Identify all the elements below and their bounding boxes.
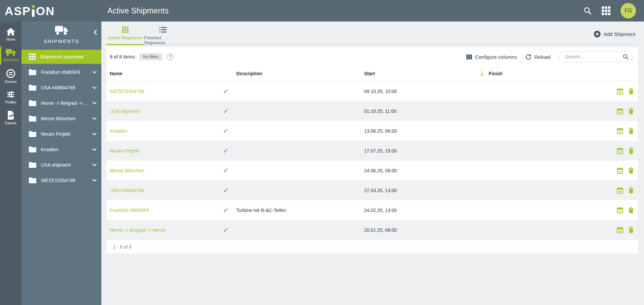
sidebar-folder-item[interactable]: Herne -> Belgrad -> H… xyxy=(21,95,101,111)
folder-icon xyxy=(29,85,36,91)
shipment-name-link[interactable]: USA #49834769 xyxy=(110,188,144,193)
edit-icon[interactable] xyxy=(223,168,228,173)
tab-active-shipments[interactable]: Active Shipments xyxy=(106,26,144,45)
shipments-sidebar: SHIPMENTS Shipments overview Frankfurt 4… xyxy=(21,21,101,305)
delete-icon[interactable] xyxy=(628,167,634,174)
shipment-start-date: 09.10.25, 10:00 xyxy=(364,89,480,94)
chevron-down-icon[interactable] xyxy=(92,179,97,182)
help-icon[interactable]: ? xyxy=(167,53,174,60)
delete-icon[interactable] xyxy=(628,147,634,154)
shipment-name-link[interactable]: Frankfurt 4586SF6 xyxy=(110,208,149,213)
tab-label: Finished Shipments xyxy=(144,35,182,45)
shipment-name-link[interactable]: Messe München xyxy=(110,168,144,173)
column-header-start[interactable]: Start xyxy=(364,71,480,76)
folder-icon xyxy=(29,116,36,122)
shipment-name-link[interactable]: Neues Projekt xyxy=(110,148,139,154)
sidebar-folder-item[interactable]: Messe München xyxy=(21,111,101,126)
rail-item-profiles[interactable]: Profiles xyxy=(0,87,21,107)
tab-finished-shipments[interactable]: Finished Shipments xyxy=(144,26,182,45)
rail-item-label: Shipments xyxy=(3,58,18,62)
calendar-check-icon[interactable] xyxy=(617,88,623,95)
shipments-card: 8 of 8 items No filters ? Configure colu… xyxy=(106,47,638,253)
collapse-sidebar-icon[interactable] xyxy=(93,30,97,35)
configure-columns-label: Configure columns xyxy=(475,54,517,60)
shipment-description: Turbine mit B-&C-Teilen xyxy=(236,208,364,213)
chevron-down-icon[interactable] xyxy=(92,133,97,136)
logo-zone: ASP ON xyxy=(0,5,101,17)
table-row: Neues Projekt 17.07.25, 15:00 xyxy=(106,141,638,161)
folder-label: Frankfurt 4586SF6 xyxy=(41,70,90,75)
rail-item-label: Profiles xyxy=(5,100,16,104)
calendar-check-icon[interactable] xyxy=(617,227,623,233)
chevron-down-icon[interactable] xyxy=(92,164,97,167)
sidebar-folder-item[interactable]: Frankfurt 4586SF6 xyxy=(21,64,101,80)
table-row: Herne -> Belgrad -> Herne 20.01.25, 08:0… xyxy=(106,220,638,240)
device-sensor-icon xyxy=(6,69,15,78)
edit-icon[interactable] xyxy=(223,148,228,153)
truck-icon xyxy=(55,26,68,35)
delete-icon[interactable] xyxy=(628,128,634,134)
edit-icon[interactable] xyxy=(223,188,228,193)
calendar-check-icon[interactable] xyxy=(617,187,623,194)
configure-columns-button[interactable]: Configure columns xyxy=(466,54,517,60)
shipment-name-link[interactable]: SIEZE15354786 xyxy=(110,89,144,94)
folder-icon xyxy=(29,131,36,137)
tab-label: Active Shipments xyxy=(108,35,143,40)
chevron-down-icon[interactable] xyxy=(92,71,97,74)
apps-grid-icon[interactable] xyxy=(602,6,610,15)
sidebar-folder-item[interactable]: Neues Projekt xyxy=(21,126,101,142)
calendar-check-icon[interactable] xyxy=(617,147,623,154)
search-icon[interactable] xyxy=(623,54,629,60)
avatar[interactable]: FG xyxy=(621,3,636,18)
column-header-name[interactable]: Name xyxy=(110,71,236,76)
sidebar-folder-item[interactable]: SIEZE15354786 xyxy=(21,173,101,188)
search-input[interactable] xyxy=(559,51,633,62)
sidebar-header: SHIPMENTS xyxy=(21,21,101,44)
delete-icon[interactable] xyxy=(628,108,634,114)
sidebar-folder-item[interactable]: USA #49834769 xyxy=(21,80,101,95)
calendar-check-icon[interactable] xyxy=(617,167,623,174)
delete-icon[interactable] xyxy=(628,207,634,213)
sidebar-item-shipments-overview[interactable]: Shipments overview xyxy=(21,50,101,64)
column-header-finish[interactable]: Finish xyxy=(480,71,598,76)
rail-item-home[interactable]: Home xyxy=(0,24,21,45)
edit-icon[interactable] xyxy=(223,108,228,114)
search-icon[interactable] xyxy=(584,7,592,15)
shipment-start-date: 17.07.25, 15:00 xyxy=(364,148,480,154)
shipment-name-link[interactable]: Herne -> Belgrad -> Herne xyxy=(110,227,165,233)
delete-icon[interactable] xyxy=(628,88,634,94)
chevron-down-icon[interactable] xyxy=(92,102,97,105)
column-header-description[interactable]: Description xyxy=(236,71,364,76)
reload-label: Reload xyxy=(534,54,550,60)
table-toolbar: 8 of 8 items No filters ? Configure colu… xyxy=(106,47,638,67)
rail-item-shipments[interactable]: Shipments xyxy=(0,45,21,66)
edit-icon[interactable] xyxy=(223,208,228,213)
shipment-name-link[interactable]: Kroatien xyxy=(110,128,127,134)
add-shipment-button[interactable]: Add Shipment xyxy=(594,31,635,38)
filter-badge[interactable]: No filters xyxy=(139,53,162,60)
sidebar-folder-item[interactable]: Kroatien xyxy=(21,142,101,157)
folder-icon xyxy=(29,69,36,75)
edit-icon[interactable] xyxy=(223,89,228,94)
edit-icon[interactable] xyxy=(223,128,228,133)
calendar-check-icon[interactable] xyxy=(617,207,623,214)
logo-text-right: ON xyxy=(36,5,55,17)
shipment-name-link[interactable]: USA shipment xyxy=(110,108,140,114)
rail-item-devices[interactable]: Devices xyxy=(0,66,21,87)
calendar-check-icon[interactable] xyxy=(617,128,623,134)
delete-icon[interactable] xyxy=(628,187,634,193)
shipment-start-date: 24.06.25, 09:00 xyxy=(364,168,480,173)
rail-item-exports[interactable]: Exports xyxy=(0,107,21,128)
refresh-icon xyxy=(526,54,531,60)
edit-icon[interactable] xyxy=(223,227,228,232)
aspion-logo[interactable]: ASP ON xyxy=(5,5,55,17)
sidebar-folder-item[interactable]: USA shipment xyxy=(21,157,101,173)
chevron-down-icon[interactable] xyxy=(92,148,97,151)
chevron-down-icon[interactable] xyxy=(92,117,97,120)
reload-button[interactable]: Reload xyxy=(526,54,550,60)
calendar-check-icon[interactable] xyxy=(617,108,623,115)
delete-icon[interactable] xyxy=(628,227,634,233)
chevron-down-icon[interactable] xyxy=(92,86,97,89)
truck-icon xyxy=(6,49,16,56)
columns-icon xyxy=(466,54,472,59)
